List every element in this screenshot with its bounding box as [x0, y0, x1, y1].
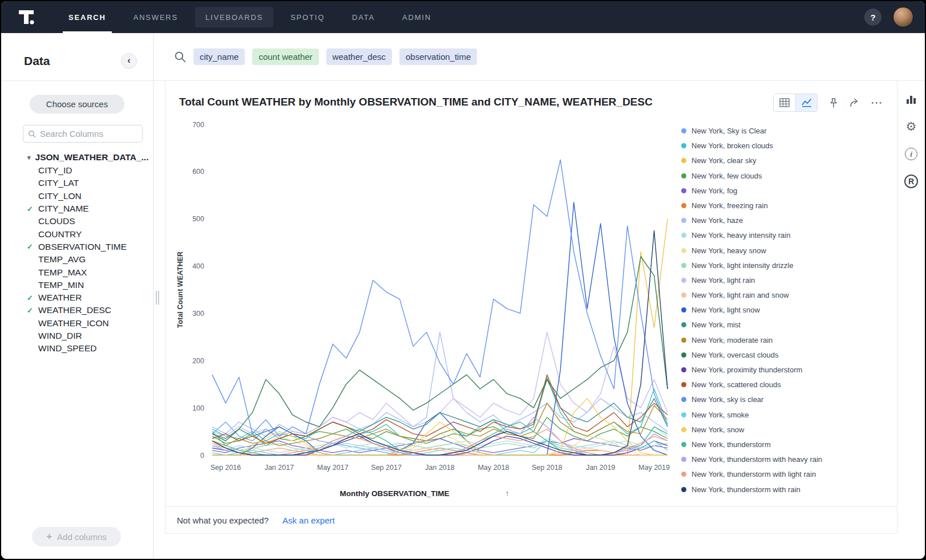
legend-item-new-york-sky-is-clear[interactable]: New York, Sky is Clear	[681, 127, 847, 135]
legend-item-new-york-thunderstorm[interactable]: New York, thunderstorm	[681, 440, 847, 449]
column-observation-time[interactable]: ✓OBSERVATION_TIME	[1, 241, 153, 253]
column-temp-avg[interactable]: TEMP_AVG	[1, 253, 153, 266]
legend-item-new-york-heavy-intensity-rain[interactable]: New York, heavy intensity rain	[681, 231, 847, 240]
nav-item-search[interactable]: SEARCH	[55, 1, 120, 33]
y-axis-label: Total Count WEATHER	[176, 251, 184, 328]
column-weather[interactable]: ✓WEATHER	[1, 291, 153, 304]
series-line-new-york-scattered-clouds[interactable]	[212, 375, 668, 443]
column-city-lat[interactable]: CITY_LAT	[1, 177, 153, 189]
legend-item-new-york-thunderstorm-with-light-rain[interactable]: New York, thunderstorm with light rain	[681, 470, 847, 478]
add-columns-button[interactable]: + Add columns	[32, 527, 121, 546]
ask-expert-link[interactable]: Ask an expert	[282, 516, 335, 525]
nav-item-admin[interactable]: ADMIN	[389, 1, 445, 33]
column-clouds[interactable]: CLOUDS	[1, 215, 153, 228]
legend-item-new-york-haze[interactable]: New York, haze	[681, 216, 847, 225]
search-bar[interactable]: city_namecount weatherweather_descobserv…	[153, 33, 925, 81]
y-tick: 0	[200, 452, 204, 460]
nav-item-spotiq[interactable]: SPOTIQ	[277, 1, 338, 33]
table-node[interactable]: ▾ JSON_WEATHER_DATA_...	[1, 151, 153, 164]
legend-item-new-york-light-rain[interactable]: New York, light rain	[681, 276, 847, 285]
column-temp-min[interactable]: TEMP_MIN	[1, 279, 153, 291]
column-city-name[interactable]: ✓CITY_NAME	[1, 202, 153, 215]
legend-item-new-york-light-rain-and-snow[interactable]: New York, light rain and snow	[681, 291, 847, 299]
series-line-new-york-sky-is-clear[interactable]	[212, 160, 668, 436]
series-line-new-york-light-rain[interactable]	[212, 332, 668, 436]
chart-settings-button[interactable]: ⚙	[901, 116, 921, 137]
series-line-new-york-light-snow[interactable]	[212, 202, 668, 455]
legend-item-new-york-proximity-thunderstorm[interactable]: New York, proximity thunderstorm	[681, 366, 847, 374]
search-token-count-weather[interactable]: count weather	[252, 48, 318, 65]
series-line-new-york-moderate-rain[interactable]	[212, 403, 668, 446]
sidebar-resize-handle[interactable]	[156, 291, 160, 305]
search-token-weather-desc[interactable]: weather_desc	[326, 48, 392, 65]
legend-item-new-york-overcast-clouds[interactable]: New York, overcast clouds	[681, 351, 847, 359]
choose-sources-button[interactable]: Choose sources	[30, 95, 124, 113]
legend-item-new-york-light-intensity-drizzle[interactable]: New York, light intensity drizzle	[681, 261, 847, 270]
change-visualization-button[interactable]	[901, 89, 921, 109]
series-line-new-york-snow[interactable]	[212, 399, 668, 455]
legend-item-new-york-fog[interactable]: New York, fog	[681, 186, 847, 195]
series-line-new-york-heavy-snow[interactable]	[212, 434, 668, 455]
share-button[interactable]	[849, 98, 860, 108]
help-button[interactable]: ?	[864, 9, 881, 26]
line-chart[interactable]: 0100200300400500600700Sep 2016Jan 2017Ma…	[173, 115, 676, 485]
column-wind-dir[interactable]: WIND_DIR	[1, 330, 153, 342]
series-line-new-york-freezing-rain[interactable]	[212, 448, 668, 455]
column-label: WEATHER	[38, 293, 82, 303]
main-area: city_namecount weatherweather_descobserv…	[153, 33, 925, 559]
r-analysis-button[interactable]: R	[901, 171, 921, 192]
legend-dot	[681, 203, 686, 208]
legend-item-new-york-sky-is-clear[interactable]: New York, sky is clear	[681, 395, 847, 404]
share-arrow-icon	[849, 98, 860, 108]
search-token-city-name[interactable]: city_name	[193, 48, 245, 65]
legend-label: New York, light rain	[692, 276, 755, 285]
legend-item-new-york-thunderstorm-with-rain[interactable]: New York, thunderstorm with rain	[681, 485, 847, 494]
column-wind-speed[interactable]: WIND_SPEED	[1, 342, 153, 355]
series-line-new-york-light-rain-and-snow[interactable]	[212, 448, 668, 455]
nav-item-answers[interactable]: ANSWERS	[120, 1, 192, 33]
nav-item-liveboards[interactable]: LIVEBOARDS	[195, 7, 273, 27]
column-country[interactable]: COUNTRY	[1, 228, 153, 240]
legend-label: New York, thunderstorm with rain	[692, 485, 800, 494]
legend-item-new-york-snow[interactable]: New York, snow	[681, 425, 847, 434]
legend-item-new-york-mist[interactable]: New York, mist	[681, 320, 847, 329]
table-view-button[interactable]	[774, 94, 795, 111]
nav-item-data[interactable]: DATA	[338, 1, 389, 33]
series-line-new-york-broken-clouds[interactable]	[212, 377, 668, 441]
legend-item-new-york-scattered-clouds[interactable]: New York, scattered clouds	[681, 380, 847, 389]
legend-item-new-york-moderate-rain[interactable]: New York, moderate rain	[681, 336, 847, 344]
column-weather-icon[interactable]: WEATHER_ICON	[1, 317, 153, 330]
legend-dot	[681, 233, 686, 238]
column-temp-max[interactable]: TEMP_MAX	[1, 266, 153, 278]
legend-label: New York, thunderstorm with heavy rain	[692, 455, 822, 464]
legend-item-new-york-freezing-rain[interactable]: New York, freezing rain	[681, 201, 847, 210]
sort-ascending-icon[interactable]: ↑	[506, 489, 509, 498]
chart-view-button[interactable]	[795, 94, 817, 111]
series-line-new-york-haze[interactable]	[212, 332, 668, 436]
check-icon: ✓	[27, 242, 33, 251]
series-line-new-york-clear-sky[interactable]	[212, 219, 668, 455]
legend-label: New York, light intensity drizzle	[692, 261, 793, 270]
search-token-observation-time[interactable]: observation_time	[399, 48, 477, 65]
legend-item-new-york-thunderstorm-with-heavy-rain[interactable]: New York, thunderstorm with heavy rain	[681, 455, 847, 464]
pin-button[interactable]	[828, 98, 839, 108]
sidebar-collapse-button[interactable]: ‹	[121, 53, 137, 69]
user-avatar[interactable]	[893, 7, 913, 27]
series-line-new-york-thunderstorm-with-light-rain[interactable]	[212, 429, 668, 455]
check-icon: ✓	[27, 294, 33, 302]
series-line-new-york-thunderstorm-with-rain[interactable]	[212, 230, 668, 455]
legend-item-new-york-broken-clouds[interactable]: New York, broken clouds	[681, 141, 847, 150]
series-line-new-york-heavy-intensity-rain[interactable]	[212, 427, 668, 453]
more-options-button[interactable]: ⋯	[871, 100, 883, 105]
column-city-id[interactable]: CITY_ID	[1, 164, 153, 177]
thoughtspot-logo[interactable]	[14, 7, 39, 27]
details-button[interactable]: i	[901, 144, 921, 164]
legend-item-new-york-light-snow[interactable]: New York, light snow	[681, 306, 847, 314]
column-city-lon[interactable]: CITY_LON	[1, 190, 153, 202]
column-weather-desc[interactable]: ✓WEATHER_DESC	[1, 304, 153, 316]
legend-item-new-york-clear-sky[interactable]: New York, clear sky	[681, 156, 847, 165]
column-search-input[interactable]	[40, 129, 138, 139]
legend-item-new-york-smoke[interactable]: New York, smoke	[681, 411, 847, 419]
legend-item-new-york-heavy-snow[interactable]: New York, heavy snow	[681, 246, 847, 255]
legend-item-new-york-few-clouds[interactable]: New York, few clouds	[681, 172, 847, 180]
